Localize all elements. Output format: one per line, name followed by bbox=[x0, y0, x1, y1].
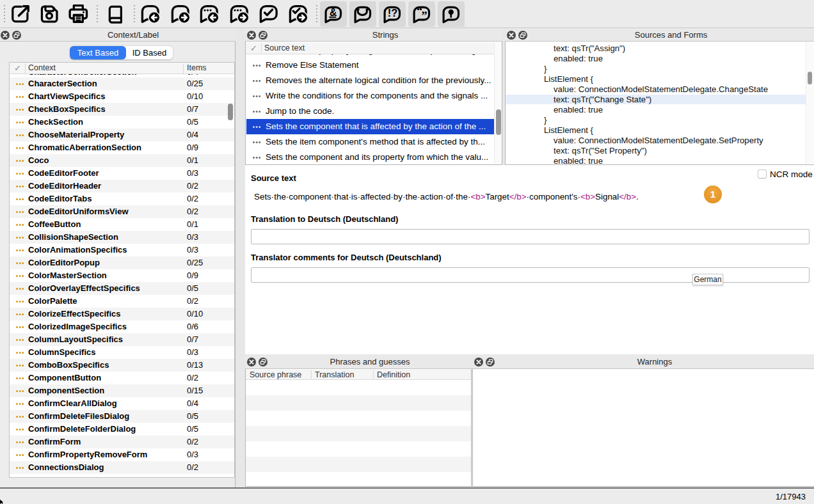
svg-text:”: ” bbox=[421, 10, 427, 22]
svg-text:&: & bbox=[330, 7, 337, 18]
svg-text:!?: !? bbox=[388, 7, 397, 19]
